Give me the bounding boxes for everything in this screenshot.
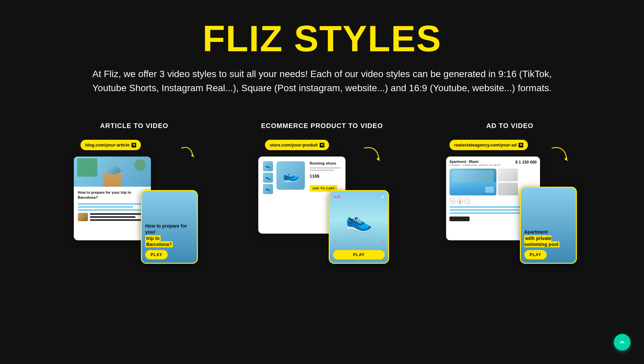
ad-mockup: realestateagency.com/your-ad ⧉ Apartment… <box>446 140 574 260</box>
ecommerce-section: ECOMMERCE PRODUCT TO VIDEO store.com/you… <box>235 122 409 260</box>
article-mockup: blog.com/your-article ⧉ <box>74 140 195 260</box>
sparkle-right: ✦ <box>381 239 385 244</box>
page-subtitle: At Fliz, we offer 3 video styles to suit… <box>87 67 557 95</box>
ecommerce-main-image: 👟 <box>276 161 305 190</box>
ecommerce-mockup: store.com/your-produit ⧉ 👟 👟 <box>258 140 386 260</box>
scroll-to-top-button[interactable] <box>614 334 631 351</box>
ecommerce-play-button[interactable]: PLAY <box>333 250 385 259</box>
ad-icon-1: ⟳ <box>449 198 455 204</box>
ecommerce-url-pill: store.com/your-produit ⧉ <box>265 140 329 150</box>
sparkle-left: ✦ <box>333 239 337 244</box>
ecom-thumb-1: 👟 <box>263 161 273 171</box>
ad-image-small-2 <box>498 183 518 195</box>
cards-row: ARTICLE TO VIDEO blog.com/your-article ⧉ <box>27 122 617 260</box>
ecom-thumb-3: 👟 <box>263 184 273 194</box>
article-url-pill: blog.com/your-article ⧉ <box>80 140 141 150</box>
article-image <box>74 157 151 187</box>
copy-icon: ⧉ <box>131 143 136 147</box>
ad-icon-2: 🔒 <box>457 198 463 204</box>
ecom-thumb-2: 👟 <box>263 173 273 183</box>
article-play-button[interactable]: PLAY <box>145 250 168 259</box>
ad-image-small-1 <box>498 169 518 181</box>
article-section: ARTICLE TO VIDEO blog.com/your-article ⧉ <box>47 122 221 260</box>
ad-main-image <box>449 169 496 195</box>
ad-property-subtitle: 4 Rooms · 3 Bedrooms · Area of 121,38 m² <box>449 164 500 167</box>
ad-video-card: Apartment with private swimming pool PLA… <box>520 187 577 264</box>
ecommerce-section-title: ECOMMERCE PRODUCT TO VIDEO <box>261 122 383 130</box>
article-arrow <box>178 143 198 165</box>
ecommerce-price: 116$ <box>310 174 341 179</box>
ad-video-title: Apartment with private swimming pool <box>524 229 573 247</box>
article-headline: How to prepare for your trip to Barcelon… <box>78 190 147 200</box>
ecommerce-arrow <box>361 143 384 168</box>
ecommerce-video-card: ❝❝ ✦ 👟 ✦ ✦ PLAY <box>329 190 389 264</box>
article-section-title: ARTICLE TO VIDEO <box>100 122 168 130</box>
page-title: FLIZ STYLES <box>27 20 617 57</box>
quote-marks: ❝❝ <box>333 194 340 202</box>
article-thumbnail <box>78 213 88 221</box>
ecommerce-product-name: Running shoes <box>310 161 341 165</box>
ad-url-pill: realestateagency.com/your-ad ⧉ <box>449 140 528 150</box>
ad-icon-3: ⬡ <box>464 198 470 204</box>
shoe-big: 👟 <box>333 208 385 233</box>
article-video-card: How to prepare for your trip to Barcelon… <box>141 190 198 264</box>
copy-icon-ad: ⧉ <box>519 143 523 147</box>
sparkle-icon: ✦ <box>381 194 385 199</box>
ad-play-button[interactable]: PLAY <box>524 250 547 259</box>
ad-property-title: Apartment · Miami <box>449 160 500 164</box>
page-wrapper: FLIZ STYLES At Fliz, we offer 3 video st… <box>0 0 644 287</box>
copy-icon-ecom: ⧉ <box>320 143 324 147</box>
ad-arrow <box>548 143 572 168</box>
ad-section: AD TO VIDEO realestateagency.com/your-ad… <box>423 122 597 260</box>
article-bg-card: How to prepare for your trip to Barcelon… <box>74 157 151 240</box>
article-video-title: How to prepare for your trip to Barcelon… <box>145 223 194 247</box>
ad-dark-button <box>449 217 470 221</box>
ad-property-price: $ 1 150 000 <box>516 160 537 165</box>
ad-section-title: AD TO VIDEO <box>486 122 534 130</box>
